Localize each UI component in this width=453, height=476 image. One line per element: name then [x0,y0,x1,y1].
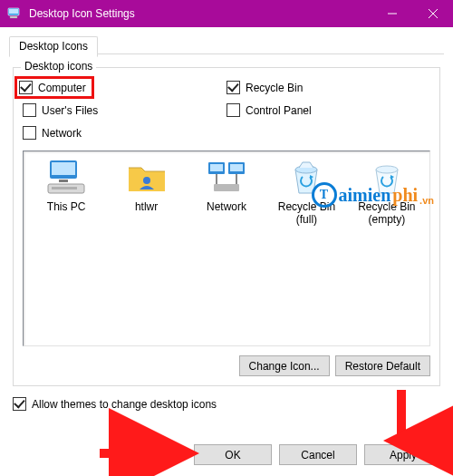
svg-rect-7 [52,162,75,175]
checkbox-network[interactable]: Network [23,126,226,140]
tab-label: Desktop Icons [19,40,88,53]
preview-item-htlwr[interactable]: htlwr [109,159,183,226]
close-button[interactable] [412,0,453,27]
watermark-text-3: .vn [419,195,434,206]
group-desktop-icons: Desktop icons Computer User's Files [13,67,440,386]
window-root: Desktop Icon Settings Desktop Icons Desk… [0,0,453,476]
preview-label: Network [207,200,246,213]
tab-desktop-icons[interactable]: Desktop Icons [9,36,98,57]
watermark-logo-icon: T [312,182,337,208]
svg-rect-15 [230,164,243,171]
tab-row: Desktop Icons [9,34,444,54]
checkbox-label: Allow themes to change desktop icons [32,398,217,411]
network-icon [205,159,248,197]
svg-rect-10 [52,187,77,189]
checkbox-box [226,103,240,117]
button-label: Cancel [301,449,334,461]
checkbox-computer[interactable]: Computer [19,81,86,94]
checkbox-allow-themes[interactable]: Allow themes to change desktop icons [13,397,440,411]
checkbox-users-files[interactable]: User's Files [23,103,226,117]
svg-point-21 [376,166,398,173]
svg-rect-16 [214,184,239,191]
user-folder-icon [125,159,169,197]
svg-rect-1 [9,9,18,14]
checkmark-icon [13,397,26,411]
checkbox-label: Control Panel [246,104,312,117]
svg-point-11 [143,177,150,184]
checkbox-box [23,126,36,140]
checkmark-icon [226,81,240,94]
button-label: Change Icon... [249,360,320,373]
this-pc-icon [44,159,88,197]
system-icon [7,6,22,21]
checkbox-label: User's Files [42,104,98,117]
watermark-text-2: phi [392,185,418,206]
highlight-computer: Computer [14,76,94,99]
apply-button[interactable]: Apply [364,444,442,465]
checkbox-control-panel[interactable]: Control Panel [226,103,430,117]
svg-rect-13 [210,164,223,171]
ok-button[interactable]: OK [194,444,272,465]
checkbox-box [23,103,36,117]
window-title: Desktop Icon Settings [29,7,371,20]
minimize-button[interactable] [371,0,412,27]
titlebar[interactable]: Desktop Icon Settings [0,0,453,27]
dialog-footer: OK Cancel Apply [0,444,453,476]
preview-item-network[interactable]: Network [189,159,264,226]
checkbox-label: Network [42,127,82,140]
checkbox-label: Computer [38,82,86,94]
button-label: Restore Default [345,360,420,373]
preview-label: This PC [47,200,86,213]
watermark: T aimien phi .vn [312,182,435,208]
button-label: OK [225,449,240,461]
checkbox-label: Recycle Bin [246,82,303,94]
preview-label: htlwr [135,200,158,213]
cancel-button[interactable]: Cancel [279,444,357,465]
watermark-text-1: aimien [339,185,391,206]
svg-rect-2 [10,16,17,18]
restore-default-button[interactable]: Restore Default [335,355,430,376]
checkmark-icon [19,81,33,94]
svg-rect-8 [59,180,68,182]
checkbox-recycle-bin[interactable]: Recycle Bin [226,81,430,94]
icon-preview-list[interactable]: This PC htlwr [23,151,430,346]
client-area: Desktop Icons Desktop icons Computer [0,27,453,444]
group-legend: Desktop icons [21,60,96,73]
button-label: Apply [390,449,417,461]
change-icon-button[interactable]: Change Icon... [239,355,330,376]
preview-item-this-pc[interactable]: This PC [29,159,103,226]
